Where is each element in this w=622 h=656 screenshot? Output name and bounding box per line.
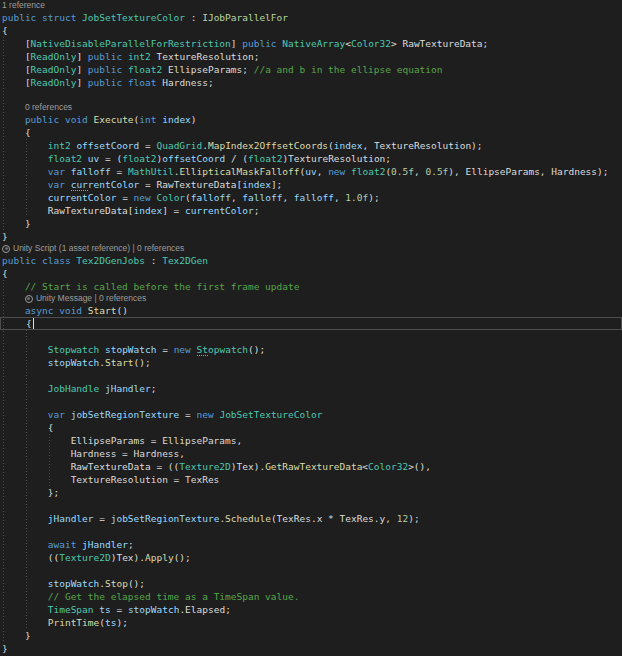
code-line[interactable]: var currentColor = RawTextureData[index]… xyxy=(0,178,622,191)
code-token: currentColor xyxy=(185,205,254,216)
code-token: ] xyxy=(76,64,87,75)
code-token: public xyxy=(88,64,122,75)
code-line[interactable]: { xyxy=(0,267,622,280)
code-token xyxy=(2,617,48,628)
code-line[interactable]: Hardness = Hardness, xyxy=(0,447,622,460)
code-token: falloff xyxy=(191,192,231,203)
code-line[interactable]: int2 offsetCoord = QuadGrid.MapIndex2Off… xyxy=(0,139,622,152)
code-line[interactable]: PrintTime(ts); xyxy=(0,616,622,629)
code-line[interactable]: RawTextureData[index] = currentColor; xyxy=(0,204,622,217)
code-token: //a and b in the ellipse equation xyxy=(254,64,443,75)
code-line[interactable]: var jobSetRegionTexture = new JobSetText… xyxy=(0,408,622,421)
code-token: float2 xyxy=(248,153,282,164)
code-token: jHandler xyxy=(82,539,128,550)
code-token: jHandler xyxy=(48,513,94,524)
code-token: >(), xyxy=(408,461,431,472)
code-line[interactable]: { xyxy=(0,421,622,434)
code-line[interactable]: } xyxy=(0,217,622,230)
code-line[interactable]: stopWatch.Start(); xyxy=(0,356,622,369)
code-token: jobSetRegionTexture xyxy=(71,409,180,420)
code-line-blank[interactable] xyxy=(0,564,622,577)
code-line[interactable]: TextureResolution = TexRes xyxy=(0,473,622,486)
code-token: Stop xyxy=(105,578,128,589)
code-token: Color32 xyxy=(368,461,408,472)
codelens-references-link[interactable]: 0 references xyxy=(25,102,72,113)
code-line[interactable]: public class Tex2DGenJobs : Tex2DGen xyxy=(0,254,622,267)
code-token: async void xyxy=(25,305,88,316)
code-line-blank[interactable] xyxy=(0,330,622,343)
code-line-blank[interactable] xyxy=(0,369,622,382)
code-line-blank[interactable] xyxy=(0,89,622,102)
code-line[interactable]: jHandler = jobSetRegionTexture.Schedule(… xyxy=(0,512,622,525)
code-token: MathUtil xyxy=(128,166,174,177)
code-line[interactable]: } xyxy=(0,629,622,642)
codelens-references-link[interactable]: Unity Script (1 asset reference) | 0 ref… xyxy=(13,243,184,254)
code-token: offsetCoord xyxy=(162,153,225,164)
code-token: JobSetTextureColor xyxy=(219,409,322,420)
code-line[interactable]: ((Texture2D)Tex).Apply(); xyxy=(0,551,622,564)
code-line[interactable]: } xyxy=(0,230,622,243)
code-token: [ xyxy=(2,51,31,62)
code-line[interactable]: } xyxy=(0,642,622,655)
code-line[interactable]: Stopwatch stopWatch = new Stopwatch(); xyxy=(0,343,622,356)
code-token: public struct xyxy=(2,12,82,23)
code-token: opwatch xyxy=(208,344,248,355)
code-token: [ xyxy=(2,38,31,49)
code-line[interactable]: { xyxy=(0,317,622,330)
code-line[interactable]: EllipseParams = EllipseParams, xyxy=(0,434,622,447)
code-token: falloff xyxy=(242,192,282,203)
code-token: = RawTextureData[ xyxy=(139,179,242,190)
code-token: 0.5f xyxy=(391,166,414,177)
code-line[interactable]: currentColor = new Color(falloff, fallof… xyxy=(0,191,622,204)
code-line[interactable]: TimeSpan ts = stopWatch.Elapsed; xyxy=(0,603,622,616)
code-line[interactable]: async void Start() xyxy=(0,304,622,317)
codelens-references-link[interactable]: 1 reference xyxy=(2,0,45,11)
code-line[interactable]: [ReadOnly] public float Hardness; xyxy=(0,76,622,89)
code-token: // Start is called before the first fram… xyxy=(25,281,300,292)
code-line-blank[interactable] xyxy=(0,525,622,538)
code-token: falloff xyxy=(71,166,111,177)
code-token: , xyxy=(414,166,425,177)
code-line[interactable]: await jHandler; xyxy=(0,538,622,551)
code-line[interactable]: public struct JobSetTextureColor : IJobP… xyxy=(0,11,622,24)
code-line[interactable]: float2 uv = (float2)offsetCoord / (float… xyxy=(0,152,622,165)
code-line[interactable]: public void Execute(int index) xyxy=(0,113,622,126)
codelens-references-link[interactable]: Unity Message | 0 references xyxy=(36,293,146,304)
code-token xyxy=(2,153,48,164)
code-token xyxy=(2,192,48,203)
code-token xyxy=(191,344,197,355)
code-token: [ xyxy=(2,77,31,88)
code-line[interactable]: JobHandle jHandler; xyxy=(0,382,622,395)
code-line[interactable]: // Start is called before the first fram… xyxy=(0,280,622,293)
code-token: EllipseParams; xyxy=(162,64,254,75)
code-line[interactable]: [ReadOnly] public float2 EllipseParams; … xyxy=(0,63,622,76)
code-line-blank[interactable] xyxy=(0,499,622,512)
code-token: cur xyxy=(71,179,88,191)
code-line-blank[interactable] xyxy=(0,395,622,408)
code-token: = xyxy=(156,344,173,355)
code-token: index xyxy=(162,114,191,125)
code-token: ] xyxy=(231,38,242,49)
code-token: int xyxy=(139,114,156,125)
code-token xyxy=(2,357,48,368)
code-token: ; xyxy=(128,539,134,550)
code-line[interactable]: // Get the elapsed time as a TimeSpan va… xyxy=(0,590,622,603)
code-token: int2 xyxy=(48,140,71,151)
code-token: var xyxy=(48,166,65,177)
code-line[interactable]: RawTextureData = ((Texture2D)Tex).GetRaw… xyxy=(0,460,622,473)
code-line[interactable]: var falloff = MathUtil.EllipticalMaskFal… xyxy=(0,165,622,178)
code-token: = xyxy=(94,513,111,524)
code-token: () xyxy=(116,305,127,316)
code-token: RawTextureData[ xyxy=(2,205,134,216)
code-token: } xyxy=(2,218,31,229)
code-line[interactable]: stopWatch.Stop(); xyxy=(0,577,622,590)
code-editor[interactable]: 1 referencepublic struct JobSetTextureCo… xyxy=(0,0,622,656)
code-line[interactable]: { xyxy=(0,126,622,139)
code-line[interactable]: [NativeDisableParallelForRestriction] pu… xyxy=(0,37,622,50)
code-token: float2 xyxy=(128,64,162,75)
code-token: Apply xyxy=(145,552,174,563)
code-line[interactable]: [ReadOnly] public int2 TextureResolution… xyxy=(0,50,622,63)
code-line[interactable]: { xyxy=(0,24,622,37)
code-token: St xyxy=(197,344,208,356)
code-line[interactable]: }; xyxy=(0,486,622,499)
